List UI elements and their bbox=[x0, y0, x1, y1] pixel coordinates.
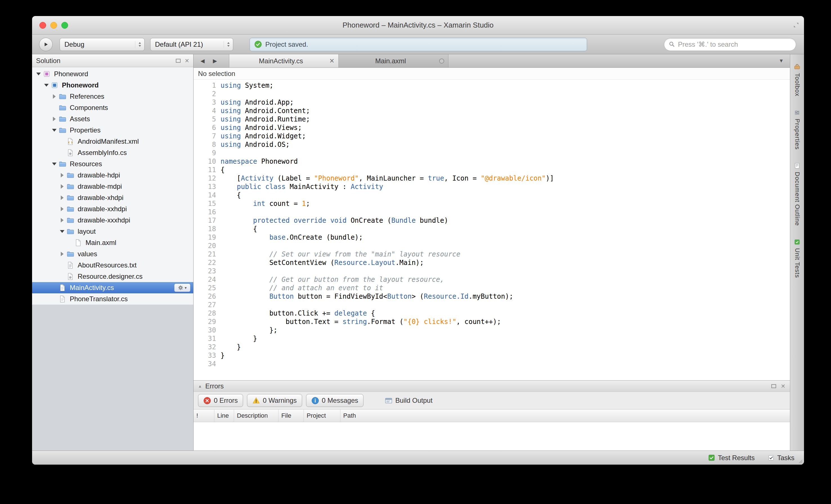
code-line[interactable]: 22 SetContentView (Resource.Layout.Main)… bbox=[194, 259, 790, 267]
tree-item-mainactivity-cs[interactable]: MainActivity.cs▾ bbox=[32, 282, 193, 293]
disclosure-down-icon[interactable] bbox=[35, 72, 42, 76]
code-line[interactable]: 13 public class MainActivity : Activity bbox=[194, 182, 790, 191]
code-line[interactable]: 7using Android.Widget; bbox=[194, 132, 790, 140]
dock-tab-document-outline[interactable]: Document Outline bbox=[794, 162, 801, 226]
code-line[interactable]: 11{ bbox=[194, 166, 790, 174]
code-line[interactable]: 20 bbox=[194, 242, 790, 250]
code-line[interactable]: 26 Button button = FindViewById<Button> … bbox=[194, 292, 790, 301]
tree-item-values[interactable]: values bbox=[32, 248, 193, 260]
column-header-path[interactable]: Path bbox=[340, 410, 790, 422]
run-button[interactable] bbox=[39, 38, 53, 51]
collapse-panel-icon[interactable]: ▲ bbox=[198, 384, 202, 388]
tree-item-drawable-xhdpi[interactable]: drawable-xhdpi bbox=[32, 192, 193, 203]
code-line[interactable]: 25 // and attach an event to it bbox=[194, 284, 790, 292]
tab-close-icon[interactable]: ✕ bbox=[329, 57, 335, 65]
disclosure-down-icon[interactable] bbox=[51, 162, 58, 166]
disclosure-right-icon[interactable] bbox=[58, 207, 66, 211]
dock-tab-properties[interactable]: Properties bbox=[794, 110, 801, 150]
code-line[interactable]: 19 base.OnCreate (bundle); bbox=[194, 233, 790, 242]
column-header-priority[interactable]: ! bbox=[194, 410, 214, 422]
disclosure-right-icon[interactable] bbox=[58, 184, 66, 189]
0-warnings-button[interactable]: 0 Warnings bbox=[247, 394, 302, 407]
code-line[interactable]: 24 // Get our button from the layout res… bbox=[194, 275, 790, 284]
test-results-button[interactable]: Test Results bbox=[708, 454, 755, 462]
tab-modified-icon[interactable] bbox=[439, 59, 444, 64]
code-line[interactable]: 12 [Activity (Label = "Phoneword", MainL… bbox=[194, 174, 790, 182]
tab-main-axml[interactable]: Main.axml bbox=[339, 54, 449, 67]
tree-item-androidmanifest-xml[interactable]: AndroidManifest.xml bbox=[32, 136, 193, 147]
disclosure-right-icon[interactable] bbox=[58, 173, 66, 177]
errors-panel-header[interactable]: ▲ Errors ✕ bbox=[194, 381, 790, 392]
column-header-file[interactable]: File bbox=[279, 410, 304, 422]
code-line[interactable]: 8using Android.OS; bbox=[194, 140, 790, 149]
tree-item-assemblyinfo-cs[interactable]: AssemblyInfo.cs bbox=[32, 147, 193, 158]
resize-grip-icon[interactable] bbox=[797, 458, 803, 464]
search-field[interactable] bbox=[664, 38, 796, 51]
tree-item-drawable-hdpi[interactable]: drawable-hdpi bbox=[32, 170, 193, 181]
code-line[interactable]: 29 button.Text = string.Format ("{0} cli… bbox=[194, 318, 790, 326]
tasks-button[interactable]: Tasks bbox=[768, 454, 795, 462]
code-line[interactable]: 6using Android.Views; bbox=[194, 123, 790, 132]
zoom-window-button[interactable] bbox=[61, 22, 68, 29]
code-line[interactable]: 21 // Set our view from the "main" layou… bbox=[194, 250, 790, 259]
code-line[interactable]: 33} bbox=[194, 351, 790, 360]
tree-item-layout[interactable]: layout bbox=[32, 226, 193, 237]
close-window-button[interactable] bbox=[39, 22, 46, 29]
disclosure-right-icon[interactable] bbox=[51, 94, 58, 99]
tree-item-main-axml[interactable]: Main.axml bbox=[32, 237, 193, 248]
tree-item-phoneword[interactable]: Phoneword bbox=[32, 80, 193, 91]
dock-pad-icon[interactable] bbox=[176, 59, 181, 63]
code-area[interactable]: 1using System;23using Android.App;4using… bbox=[194, 80, 790, 380]
code-line[interactable]: 27 bbox=[194, 301, 790, 309]
build-output-button[interactable]: Build Output bbox=[380, 394, 437, 407]
code-line[interactable]: 10namespace Phoneword bbox=[194, 157, 790, 166]
disclosure-right-icon[interactable] bbox=[58, 218, 66, 223]
code-line[interactable]: 32 } bbox=[194, 343, 790, 351]
navigate-back-icon[interactable]: ◀ bbox=[196, 54, 209, 67]
disclosure-down-icon[interactable] bbox=[43, 84, 50, 87]
tree-item-references[interactable]: References bbox=[32, 91, 193, 102]
tree-item-components[interactable]: Components bbox=[32, 102, 193, 113]
tree-item-drawable-xxxhdpi[interactable]: drawable-xxxhdpi bbox=[32, 215, 193, 226]
code-line[interactable]: 23 bbox=[194, 267, 790, 275]
tree-item-drawable-xxhdpi[interactable]: drawable-xxhdpi bbox=[32, 203, 193, 215]
tree-item-phoneword[interactable]: Phoneword bbox=[32, 68, 193, 80]
minimize-window-button[interactable] bbox=[50, 22, 57, 29]
tree-item-resource-designer-cs[interactable]: Resource.designer.cs bbox=[32, 271, 193, 282]
code-line[interactable]: 16 bbox=[194, 208, 790, 216]
code-line[interactable]: 28 button.Click += delegate { bbox=[194, 309, 790, 318]
search-input[interactable] bbox=[678, 40, 791, 48]
code-line[interactable]: 1using System; bbox=[194, 81, 790, 90]
tree-item-resources[interactable]: Resources bbox=[32, 158, 193, 170]
fullscreen-icon[interactable] bbox=[793, 22, 800, 28]
dock-tab-unit-tests[interactable]: Unit Tests bbox=[794, 239, 801, 278]
tree-item-aboutresources-txt[interactable]: AboutResources.txt bbox=[32, 260, 193, 271]
dock-tab-toolbox[interactable]: Toolbox bbox=[794, 64, 801, 96]
close-panel-icon[interactable]: ✕ bbox=[781, 383, 785, 389]
tab-mainactivity-cs[interactable]: MainActivity.cs✕ bbox=[229, 54, 339, 67]
device-dropdown[interactable]: Default (API 21) bbox=[150, 38, 233, 51]
code-line[interactable]: 17 protected override void OnCreate (Bun… bbox=[194, 216, 790, 225]
tree-item-phonetranslator-cs[interactable]: PhoneTranslator.cs bbox=[32, 293, 193, 305]
code-line[interactable]: 15 int count = 1; bbox=[194, 199, 790, 208]
dock-panel-icon[interactable] bbox=[771, 384, 776, 388]
tree-item-drawable-mdpi[interactable]: drawable-mdpi bbox=[32, 181, 193, 192]
disclosure-right-icon[interactable] bbox=[58, 196, 66, 200]
code-line[interactable]: 5using Android.Runtime; bbox=[194, 115, 790, 123]
code-line[interactable]: 18 { bbox=[194, 225, 790, 233]
code-line[interactable]: 9 bbox=[194, 149, 790, 157]
tab-overflow-icon[interactable]: ▼ bbox=[779, 58, 784, 64]
code-line[interactable]: 4using Android.Content; bbox=[194, 107, 790, 115]
code-line[interactable]: 31 } bbox=[194, 334, 790, 343]
tree-item-properties[interactable]: Properties bbox=[32, 125, 193, 136]
disclosure-right-icon[interactable] bbox=[51, 117, 58, 121]
tree-item-assets[interactable]: Assets bbox=[32, 113, 193, 125]
column-header-line[interactable]: Line bbox=[214, 410, 234, 422]
disclosure-down-icon[interactable] bbox=[51, 129, 58, 131]
errors-list[interactable] bbox=[194, 422, 790, 450]
0-errors-button[interactable]: 0 Errors bbox=[198, 394, 243, 407]
configuration-dropdown[interactable]: Debug bbox=[60, 38, 145, 51]
title-bar[interactable]: Phoneword – MainActivity.cs – Xamarin St… bbox=[32, 16, 804, 35]
close-pad-icon[interactable]: ✕ bbox=[184, 57, 189, 64]
code-line[interactable]: 14 { bbox=[194, 191, 790, 199]
